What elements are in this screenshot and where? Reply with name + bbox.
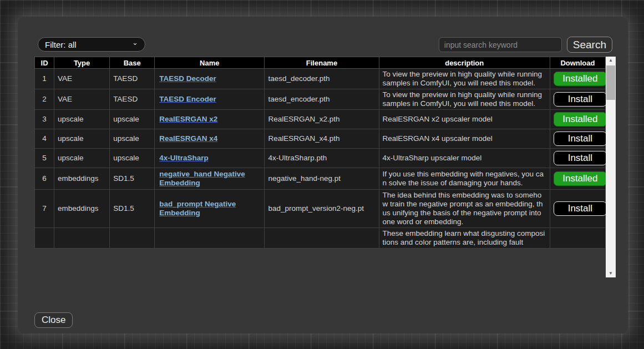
column-header-filename: Filename — [265, 57, 379, 69]
cell-type: embeddings — [54, 168, 110, 190]
cell-base: TAESD — [110, 89, 155, 110]
cell-name: RealESRGAN x4 — [155, 129, 265, 149]
cell-id: 6 — [35, 168, 54, 190]
table-scrollbar[interactable]: ▲ ▼ — [606, 57, 616, 277]
cell-description: 4x-UltraSharp upscaler model — [379, 149, 550, 168]
installed-button[interactable]: Installed — [554, 72, 607, 86]
model-table-area: IDTypeBaseNameFilenamedescriptionDownloa… — [34, 57, 616, 277]
cell-name: TAESD Encoder — [155, 89, 265, 110]
cell-type: VAE — [54, 89, 110, 110]
cell-type: VAE — [54, 69, 110, 89]
scrollbar-thumb[interactable] — [606, 65, 615, 100]
table-row: These embedding learn what disgusting co… — [35, 228, 606, 249]
column-header-type: Type — [54, 57, 110, 69]
scroll-up-icon[interactable]: ▲ — [606, 57, 616, 64]
model-name-link[interactable]: 4x-UltraSharp — [159, 154, 209, 162]
model-name-link[interactable]: negative_hand Negative Embedding — [159, 170, 245, 187]
cell-base: upscale — [110, 149, 155, 168]
cell-filename: taesd_decoder.pth — [265, 69, 379, 89]
search-bar: Search — [439, 37, 612, 53]
cell-id: 5 — [35, 149, 54, 168]
cell-type: embeddings — [54, 190, 110, 228]
cell-filename: negative_hand-neg.pt — [265, 168, 379, 190]
cell-base: upscale — [110, 129, 155, 149]
cell-name: bad_prompt Negative Embedding — [155, 190, 265, 228]
cell-id: 1 — [35, 69, 54, 89]
cell-name: RealESRGAN x2 — [155, 110, 265, 129]
table-row: 4upscaleupscaleRealESRGAN x4RealESRGAN_x… — [35, 129, 606, 149]
cell-filename: RealESRGAN_x2.pth — [265, 110, 379, 129]
cell-id: 2 — [35, 89, 54, 110]
table-row: 3upscaleupscaleRealESRGAN x2RealESRGAN_x… — [35, 110, 606, 129]
cell-filename — [265, 228, 379, 249]
table-row: 1VAETAESDTAESD Decodertaesd_decoder.pthT… — [35, 69, 606, 89]
column-header-id: ID — [35, 57, 54, 69]
model-table: IDTypeBaseNameFilenamedescriptionDownloa… — [34, 57, 606, 249]
cell-base: TAESD — [110, 69, 155, 89]
model-name-link[interactable]: RealESRGAN x4 — [159, 134, 217, 143]
cell-filename: bad_prompt_version2-neg.pt — [265, 190, 379, 228]
cell-type — [54, 228, 110, 249]
cell-download: Install — [550, 149, 605, 168]
cell-description: To view the preview in high quality whil… — [379, 89, 550, 110]
cell-description: If you use this embedding with negatives… — [379, 168, 550, 190]
column-header-description: description — [379, 57, 550, 69]
column-header-download: Download — [550, 57, 605, 69]
filter-select[interactable]: Filter: all ⌄ — [38, 37, 145, 52]
cell-type: upscale — [54, 129, 110, 149]
filter-select-label: Filter: all — [45, 40, 77, 49]
install-button[interactable]: Install — [554, 151, 607, 165]
cell-filename: taesd_encoder.pth — [265, 89, 379, 110]
cell-base: upscale — [110, 110, 155, 129]
cell-base: SD1.5 — [110, 168, 155, 190]
cell-type: upscale — [54, 110, 110, 129]
cell-download — [550, 228, 605, 249]
cell-id: 7 — [35, 190, 54, 228]
table-row: 5upscaleupscale4x-UltraSharp4x-UltraShar… — [35, 149, 606, 168]
model-name-link[interactable]: bad_prompt Negative Embedding — [159, 200, 236, 217]
cell-filename: 4x-UltraSharp.pth — [265, 149, 379, 168]
installed-button[interactable]: Installed — [554, 171, 607, 186]
cell-name — [155, 228, 265, 249]
cell-id — [35, 228, 54, 249]
close-button[interactable]: Close — [34, 312, 73, 328]
cell-description: RealESRGAN x4 upscaler model — [379, 129, 550, 149]
table-row: 7embeddingsSD1.5bad_prompt Negative Embe… — [35, 190, 606, 228]
cell-name: 4x-UltraSharp — [155, 149, 265, 168]
search-input[interactable] — [439, 37, 562, 52]
model-name-link[interactable]: RealESRGAN x2 — [159, 115, 217, 123]
cell-base — [110, 228, 155, 249]
cell-download: Installed — [550, 69, 605, 89]
table-header-row: IDTypeBaseNameFilenamedescriptionDownloa… — [35, 57, 606, 69]
install-button[interactable]: Install — [554, 131, 607, 146]
cell-download: Install — [550, 89, 605, 110]
cell-download: Installed — [550, 168, 605, 190]
cell-name: negative_hand Negative Embedding — [155, 168, 265, 190]
cell-description: To view the preview in high quality whil… — [379, 69, 550, 89]
table-row: 2VAETAESDTAESD Encodertaesd_encoder.pthT… — [35, 89, 606, 110]
install-button[interactable]: Install — [554, 201, 607, 216]
cell-name: TAESD Decoder — [155, 69, 265, 89]
chevron-down-icon: ⌄ — [132, 40, 138, 45]
model-table-body: 1VAETAESDTAESD Decodertaesd_decoder.pthT… — [35, 69, 606, 249]
search-button[interactable]: Search — [567, 37, 612, 53]
cell-id: 3 — [35, 110, 54, 129]
cell-type: upscale — [54, 149, 110, 168]
cell-download: Installed — [550, 110, 605, 129]
column-header-name: Name — [155, 57, 265, 69]
model-name-link[interactable]: TAESD Encoder — [159, 95, 216, 103]
cell-id: 4 — [35, 129, 54, 149]
cell-description: The idea behind this embedding was to so… — [379, 190, 550, 228]
cell-download: Install — [550, 129, 605, 149]
install-button[interactable]: Install — [554, 92, 607, 107]
table-row: 6embeddingsSD1.5negative_hand Negative E… — [35, 168, 606, 190]
column-header-base: Base — [110, 57, 155, 69]
cell-download: Install — [550, 190, 605, 228]
installed-button[interactable]: Installed — [554, 112, 607, 127]
cell-filename: RealESRGAN_x4.pth — [265, 129, 379, 149]
cell-description: These embedding learn what disgusting co… — [379, 228, 550, 249]
scroll-down-icon[interactable]: ▼ — [606, 270, 616, 277]
model-name-link[interactable]: TAESD Decoder — [159, 74, 216, 83]
cell-base: SD1.5 — [110, 190, 155, 228]
cell-description: RealESRGAN x2 upscaler model — [379, 110, 550, 129]
